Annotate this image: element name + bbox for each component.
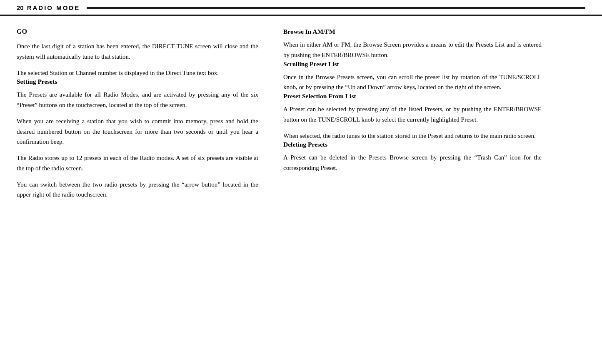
go-section: GO Once the last digit of a station has … [17,28,258,78]
scrolling-paragraph: Once in the Browse Presets screen, you c… [283,72,542,93]
setting-presets-paragraph-2: When you are receiving a station that yo… [17,116,258,147]
go-paragraph-1: Once the last digit of a station has bee… [17,41,258,62]
scrolling-section: Scrolling Preset List Once in the Browse… [283,60,542,93]
right-column: Browse In AM/FM When in either AM or FM,… [283,28,542,200]
deleting-title: Deleting Presets [283,141,542,148]
setting-presets-paragraph-1: The Presets are available for all Radio … [17,90,258,110]
preset-selection-section: Preset Selection From List A Preset can … [283,92,542,141]
browse-paragraph: When in either AM or FM, the Browse Scre… [283,40,542,60]
browse-section: Browse In AM/FM When in either AM or FM,… [283,28,542,60]
scrolling-title: Scrolling Preset List [283,60,542,68]
page-number: 20 [17,4,24,11]
left-column: GO Once the last digit of a station has … [17,28,258,200]
go-title: GO [17,28,258,35]
preset-selection-paragraph-2: When selected, the radio tunes to the st… [283,131,542,141]
content-area: GO Once the last digit of a station has … [0,16,602,217]
deleting-paragraph: A Preset can be deleted in the Presets B… [283,152,542,173]
setting-presets-paragraph-3: The Radio stores up to 12 presets in eac… [17,153,258,174]
setting-presets-paragraph-4: You can switch between the two radio pre… [17,180,258,200]
preset-selection-title: Preset Selection From List [283,92,542,100]
header-rule [87,7,585,9]
header-bar: 20 RADIO MODE [0,0,602,16]
browse-title: Browse In AM/FM [283,28,542,35]
preset-selection-paragraph-1: A Preset can be selected by pressing any… [283,104,542,125]
page-container: 20 RADIO MODE GO Once the last digit of … [0,0,602,364]
setting-presets-section: Setting Presets The Presets are availabl… [17,78,258,200]
deleting-section: Deleting Presets A Preset can be deleted… [283,141,542,173]
go-paragraph-2: The selected Station or Channel number i… [17,68,258,78]
setting-presets-title: Setting Presets [17,78,258,85]
chapter-title: RADIO MODE [27,4,80,11]
